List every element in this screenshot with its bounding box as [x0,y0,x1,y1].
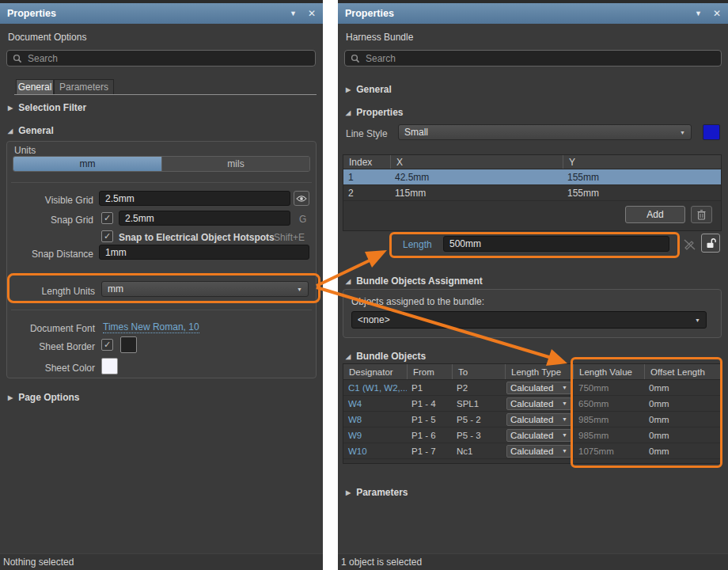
section-parameters[interactable]: ▶ Parameters [346,487,408,498]
document-font-link[interactable]: Times New Roman, 10 [103,321,199,333]
line-color-swatch[interactable] [703,124,720,140]
units-option-mm[interactable]: mm [13,157,161,171]
divider [11,273,312,274]
sheet-color-swatch[interactable] [101,358,118,374]
search-input[interactable]: Search [6,50,316,66]
snap-hotspots-label: Snap to Electrical Object Hotspots [119,232,275,243]
line-style-label: Line Style [346,128,388,139]
sheet-border-checkbox[interactable]: ✓ [101,339,113,351]
snap-distance-input[interactable]: 1mm [99,245,309,260]
units-option-mils[interactable]: mils [161,157,309,171]
delete-button[interactable] [691,206,712,223]
snap-grid-input[interactable]: 2.5mm [119,211,290,226]
chevron-down-icon: ▼ [562,416,567,422]
chevron-down-icon: ▼ [562,385,567,390]
chevron-right-icon: ▶ [8,394,13,401]
chevron-expanded-icon: ◢ [346,109,351,116]
section-page-options[interactable]: ▶ Page Options [8,392,80,403]
column-header[interactable]: To [452,364,505,379]
chevron-down-icon: ▼ [680,130,685,135]
column-header[interactable]: Offset Length [644,364,721,379]
bundle-objects-table: Designator From To Length Type Length Va… [343,363,722,464]
chevron-right-icon: ▶ [346,489,351,496]
units-toggle: mm mils [13,156,310,172]
length-type-dropdown[interactable]: Calculated▼ [506,413,571,426]
snap-hotspots-checkbox[interactable]: ✓ [101,230,113,242]
column-header[interactable]: Index [343,155,390,169]
search-icon [13,54,22,63]
panel-menu-icon[interactable]: ▼ [290,10,297,17]
search-placeholder: Search [366,53,396,64]
snap-grid-shortcut: G [299,214,306,225]
table-row[interactable]: W9 P1 - 6 P5 - 3 Calculated▼ 985mm 0mm [343,428,721,443]
column-header[interactable]: Designator [343,364,407,379]
panel-menu-icon[interactable]: ▼ [695,10,702,17]
visible-grid-visibility-button[interactable] [294,191,309,206]
table-row[interactable]: 1 42.5mm 155mm [343,169,721,185]
tab-underline [14,94,317,95]
section-general[interactable]: ▶ General [346,84,392,95]
column-header[interactable]: Y [563,155,721,169]
length-input[interactable]: 500mm [443,236,669,252]
trash-icon [697,210,706,220]
chevron-right-icon: ▶ [346,86,351,93]
snap-grid-checkbox[interactable]: ✓ [101,212,113,224]
length-type-dropdown[interactable]: Calculated▼ [506,397,571,410]
visible-grid-input[interactable]: 2.5mm [99,191,290,206]
chevron-down-icon: ▼ [562,448,567,454]
sheet-color-label: Sheet Color [0,363,95,374]
chevron-down-icon: ▼ [695,317,700,323]
divider [11,310,312,310]
snap-hotspots-shortcut: Shift+E [274,232,305,243]
snap-distance-label: Snap Distance [0,249,93,260]
table-row[interactable]: C1 (W1, W2,... P1 P2 Calculated▼ 750mm 0… [343,380,721,396]
section-properties[interactable]: ◢ Properties [346,107,404,118]
section-bundle-objects-assignment[interactable]: ◢ Bundle Objects Assignment [346,276,483,287]
length-label: Length [403,239,432,250]
column-header[interactable]: From [407,364,452,379]
status-bar: 1 object is selected [338,553,728,570]
sheet-border-color-swatch[interactable] [120,336,137,353]
eye-icon [296,195,307,203]
length-units-dropdown[interactable]: mm ▼ [101,281,309,297]
edit-disabled-icon [683,238,696,251]
tab-general[interactable]: General [16,79,54,94]
chevron-expanded-icon: ◢ [346,278,351,285]
table-row[interactable]: W8 P1 - 5 P5 - 2 Calculated▼ 985mm 0mm [343,412,721,428]
length-type-dropdown[interactable]: Calculated▼ [506,382,571,394]
add-button[interactable]: Add [625,206,685,223]
section-selection-filter[interactable]: ▶ Selection Filter [8,102,86,113]
column-header[interactable]: Length Value [573,364,644,379]
panel-subtitle: Document Options [8,32,86,43]
close-icon[interactable]: ✕ [308,8,316,19]
lock-button[interactable] [701,234,720,253]
unlock-icon [705,238,716,249]
length-type-dropdown[interactable]: Calculated▼ [506,429,571,442]
chevron-down-icon: ▼ [297,287,302,292]
section-general[interactable]: ◢ General [8,125,54,136]
table-row[interactable]: 2 115mm 155mm [343,185,721,201]
table-row[interactable]: W10 P1 - 7 Nc1 Calculated▼ 1075mm 0mm [343,443,721,459]
column-header[interactable]: Length Type [505,364,573,379]
chevron-expanded-icon: ◢ [8,127,13,135]
document-font-label: Document Font [0,323,95,334]
search-icon [351,54,360,63]
close-icon[interactable]: ✕ [713,8,721,19]
status-bar: Nothing selected [0,553,323,570]
assigned-objects-dropdown[interactable]: <none> ▼ [351,311,707,329]
column-header[interactable]: X [390,155,563,169]
section-bundle-objects[interactable]: ◢ Bundle Objects [346,351,426,362]
sheet-border-label: Sheet Border [0,341,95,352]
document-options-panel: Properties ▼ ✕ Document Options Search G… [0,0,323,570]
check-icon: ✓ [104,340,111,349]
panel-titlebar: Properties ▼ ✕ [0,3,323,24]
line-style-dropdown[interactable]: Small ▼ [398,124,692,140]
tab-parameters[interactable]: Parameters [54,79,114,94]
length-type-dropdown[interactable]: Calculated▼ [506,445,571,458]
search-input[interactable]: Search [344,50,722,66]
assignment-label: Objects assigned to the bundle: [351,296,484,307]
search-placeholder: Search [28,53,58,64]
table-row[interactable]: W4 P1 - 4 SPL1 Calculated▼ 650mm 0mm [343,396,721,412]
panel-title: Properties [7,8,279,19]
chevron-right-icon: ▶ [8,104,13,112]
